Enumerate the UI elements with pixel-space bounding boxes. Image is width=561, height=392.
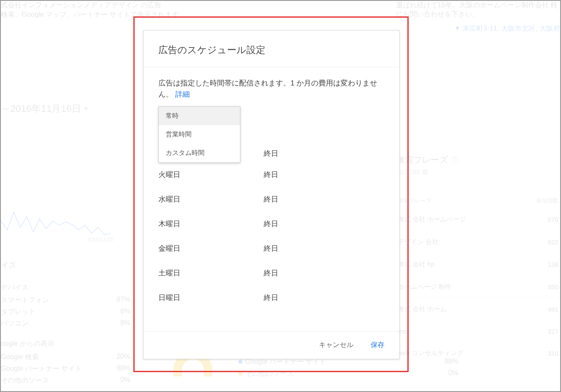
schedule-value: 終日 xyxy=(264,194,278,204)
schedule-value: 終日 xyxy=(264,170,278,180)
dropdown-option-business-hours[interactable]: 営業時間 xyxy=(159,125,240,144)
schedule-list: 火曜日終日 水曜日終日 木曜日終日 金曜日終日 土曜日終日 日曜日終日 xyxy=(158,170,385,303)
modal-footer: キャンセル 保存 xyxy=(144,331,399,359)
schedule-day: 土曜日 xyxy=(158,268,264,278)
dropdown-option-custom[interactable]: カスタム時間 xyxy=(159,144,240,162)
hidden-row-value: 終日 xyxy=(264,149,278,158)
schedule-value: 終日 xyxy=(264,243,278,253)
schedule-value: 終日 xyxy=(264,268,278,278)
schedule-row: 火曜日終日 xyxy=(158,170,385,180)
modal-title: 広告のスケジュール設定 xyxy=(158,44,385,57)
schedule-day: 日曜日 xyxy=(158,293,264,303)
schedule-day: 木曜日 xyxy=(158,219,264,229)
save-button[interactable]: 保存 xyxy=(371,341,385,350)
schedule-row: 水曜日終日 xyxy=(158,194,385,204)
schedule-type-dropdown[interactable]: 常時 営業時間 カスタム時間 xyxy=(158,106,240,163)
schedule-row: 日曜日終日 xyxy=(158,293,385,303)
schedule-value: 終日 xyxy=(264,219,278,229)
modal-description-text: 広告は指定した時間帯に配信されます。1 か月の費用は変わりません。 xyxy=(158,79,377,98)
modal-header: 広告のスケジュール設定 xyxy=(144,31,399,67)
schedule-day: 金曜日 xyxy=(158,243,264,253)
schedule-value: 終日 xyxy=(264,293,278,303)
modal-description: 広告は指定した時間帯に配信されます。1 か月の費用は変わりません。 詳細 xyxy=(158,78,385,101)
schedule-day: 火曜日 xyxy=(158,170,264,180)
detail-link[interactable]: 詳細 xyxy=(175,90,190,98)
schedule-row: 木曜日終日 xyxy=(158,219,385,229)
cancel-button[interactable]: キャンセル xyxy=(319,341,353,350)
dropdown-option-always[interactable]: 常時 xyxy=(159,107,240,125)
modal-body: 広告は指定した時間帯に配信されます。1 か月の費用は変わりません。 詳細 終日 … xyxy=(144,67,399,303)
schedule-day: 水曜日 xyxy=(158,194,264,204)
schedule-modal: 広告のスケジュール設定 広告は指定した時間帯に配信されます。1 か月の費用は変わ… xyxy=(143,30,400,359)
schedule-row: 土曜日終日 xyxy=(158,268,385,278)
schedule-row: 金曜日終日 xyxy=(158,243,385,253)
